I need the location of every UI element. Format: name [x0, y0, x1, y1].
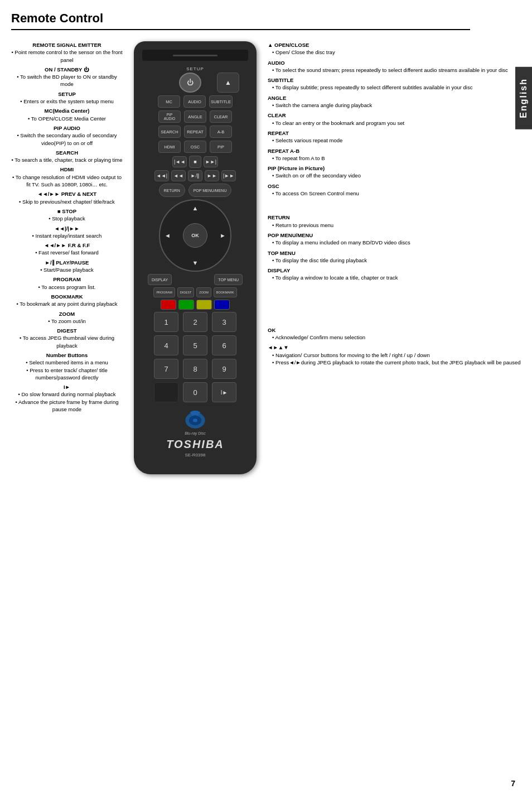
brand-label: TOSHIBA: [142, 438, 248, 451]
right-column: ▲ OPEN/CLOSE • Open/ Close the disc tray…: [268, 41, 524, 474]
label-prev-next: ◄◄/►► PREV & NEXT: [11, 190, 123, 198]
ok-button[interactable]: OK: [183, 223, 207, 248]
green-button[interactable]: [178, 300, 194, 310]
num-7-button[interactable]: 7: [154, 359, 178, 379]
num-6-button[interactable]: 6: [212, 335, 236, 355]
section-bookmark: BOOKMARK • To bookmark at any point duri…: [11, 293, 123, 308]
nav-right-button[interactable]: ►: [220, 232, 226, 239]
desc-right-angle: • Switch the camera angle during playbac…: [268, 102, 524, 109]
section-prev-next: ◄◄/►► PREV & NEXT • Skip to previous/nex…: [11, 190, 123, 205]
bluray-logo-icon: [181, 408, 209, 430]
top-menu-button[interactable]: TOP MENU: [214, 274, 243, 285]
numpad-row-3: 7 8 9: [145, 359, 245, 379]
num-8-button[interactable]: 8: [183, 359, 207, 379]
eject-button[interactable]: ▲: [217, 73, 239, 93]
nav-left-button[interactable]: ◄: [165, 232, 171, 239]
mc-button[interactable]: MC: [158, 95, 180, 108]
hdmi-button[interactable]: HDMI: [158, 141, 181, 153]
audio-button[interactable]: AUDIO: [183, 95, 206, 108]
rewind-button[interactable]: ◄◄|: [154, 170, 169, 181]
num-5-button[interactable]: 5: [183, 335, 207, 355]
num-2-button[interactable]: 2: [183, 312, 207, 332]
num-0-button[interactable]: 0: [183, 382, 207, 402]
ab-button[interactable]: A-B: [210, 126, 232, 138]
num-9-button[interactable]: 9: [212, 359, 236, 379]
nav-up-button[interactable]: ▲: [192, 205, 199, 211]
section-program: PROGRAM • To access program list.: [11, 276, 123, 291]
osc-button[interactable]: OSC: [184, 141, 206, 153]
right-subtitle: SUBTITLE • To display subtitle; press re…: [268, 76, 524, 92]
label-right-clear: CLEAR: [268, 112, 524, 119]
play-pause-button[interactable]: ►/‖: [188, 170, 202, 181]
desc-right-audio: • To select the sound stream; press repe…: [268, 66, 524, 74]
pip-audio-button[interactable]: PIPAUDIO: [158, 110, 181, 123]
angle-button[interactable]: ANGLE: [184, 110, 206, 123]
display-topmenu-row: DISPLAY TOP MENU: [142, 274, 248, 285]
desc-right-repeat: • Selects various repeat mode: [268, 137, 524, 144]
search-button[interactable]: SEARCH: [158, 126, 181, 138]
subtitle-button[interactable]: SUBTITLE: [209, 95, 233, 108]
num-1-button[interactable]: 1: [154, 312, 178, 332]
desc-digest: • To access JPEG thumbnail view during p…: [11, 334, 123, 349]
right-ok-section: OK • Acknowledge/ Confirm menu selection…: [268, 326, 524, 366]
desc-play-pause: • Start/Pause playback: [11, 266, 123, 273]
section-search: SEARCH • To search a title, chapter, tra…: [11, 149, 123, 164]
label-right-repeat-ab: REPEAT A-B: [268, 147, 524, 155]
label-right-pip: PIP (Picture in Picture): [268, 165, 524, 172]
label-setup: SETUP: [11, 90, 123, 98]
return-button[interactable]: RETURN: [159, 184, 185, 197]
yellow-button[interactable]: [196, 300, 212, 310]
right-lower-section: RETURN • Return to previous menu POP MEN…: [268, 214, 524, 281]
slow-fwd-button[interactable]: I►: [212, 382, 236, 402]
pip-button[interactable]: PIP: [210, 141, 232, 153]
next-chapter-button[interactable]: ►►|: [204, 156, 218, 167]
desc-open-close: • Open/ Close the disc tray: [268, 49, 524, 56]
bookmark-button[interactable]: BOOKMARK: [214, 287, 237, 297]
desc-right-repeat-ab: • To repeat from A to B: [268, 155, 524, 162]
transport-row-1: |◄◄ ■ ►►|: [142, 156, 248, 168]
zoom-button[interactable]: ZOOM: [196, 287, 211, 297]
repeat-button[interactable]: REPEAT: [184, 126, 206, 138]
clear-button[interactable]: CLEAR: [210, 110, 232, 123]
section-number-buttons: Number Buttons • Select numbered items i…: [11, 352, 123, 381]
desc-right-ok: • Acknowledge/ Confirm menu selection: [268, 334, 524, 341]
fast-forward-button[interactable]: ►►: [205, 170, 219, 181]
prev-chapter-button[interactable]: |◄◄: [172, 156, 187, 167]
nav-down-button[interactable]: ▼: [192, 259, 199, 266]
display-button[interactable]: DISPLAY: [148, 274, 172, 285]
pop-menu-button[interactable]: POP MENU/MENU: [188, 184, 232, 197]
label-mc: MC(Media Center): [11, 107, 123, 114]
nav-ring: ▲ ▼ ◄ ► OK: [159, 199, 231, 272]
desc-remote-signal: • Point remote control to the sensor on …: [11, 49, 123, 64]
prev-button[interactable]: ◄◄: [171, 170, 186, 181]
blue-button[interactable]: [214, 300, 230, 310]
numpad: 1 2 3 4 5 6 7 8 9: [145, 312, 245, 402]
digest-button[interactable]: DIGEST: [177, 287, 194, 297]
right-angle: ANGLE • Switch the camera angle during p…: [268, 94, 524, 109]
power-button[interactable]: ⏻: [179, 73, 201, 93]
setup-label: SETUP: [142, 66, 248, 71]
right-open-close: ▲ OPEN/CLOSE • Open/ Close the disc tray: [268, 41, 524, 56]
program-nav-button[interactable]: PROGRAM: [153, 287, 175, 297]
stop-button[interactable]: ■: [189, 156, 201, 168]
desc-program: • To access program list.: [11, 283, 123, 291]
label-search: SEARCH: [11, 149, 123, 156]
section-hdmi: HDMI • To change resolution of HDMI vide…: [11, 166, 123, 188]
label-hdmi: HDMI: [11, 166, 123, 173]
label-right-nav: ◄►▲▼: [268, 344, 524, 351]
label-fr-ff: ◄◄/►► F.R & F.F: [11, 242, 123, 249]
pip-angle-clear-row: PIPAUDIO ANGLE CLEAR: [142, 110, 248, 123]
desc-right-nav-1: • Navigation/ Cursor buttons for moving …: [268, 352, 524, 359]
mc-audio-subtitle-row: MC AUDIO SUBTITLE: [142, 95, 248, 108]
fast-fwd2-button[interactable]: |►►: [221, 170, 236, 181]
num-3-button[interactable]: 3: [212, 312, 236, 332]
remote-control: SETUP ⏻ ▲ MC AUDIO SUBTITLE PIPAUDIO: [128, 41, 262, 474]
remote-body: SETUP ⏻ ▲ MC AUDIO SUBTITLE PIPAUDIO: [134, 41, 257, 474]
label-open-close: ▲ OPEN/CLOSE: [268, 41, 524, 49]
label-right-return: RETURN: [268, 214, 524, 221]
desc-search: • To search a title, chapter, track or p…: [11, 156, 123, 163]
red-button[interactable]: [161, 300, 176, 310]
desc-right-display: • To display a window to locate a title,…: [268, 274, 524, 281]
num-4-button[interactable]: 4: [154, 335, 178, 355]
return-popmenu-row: RETURN POP MENU/MENU: [142, 184, 248, 197]
